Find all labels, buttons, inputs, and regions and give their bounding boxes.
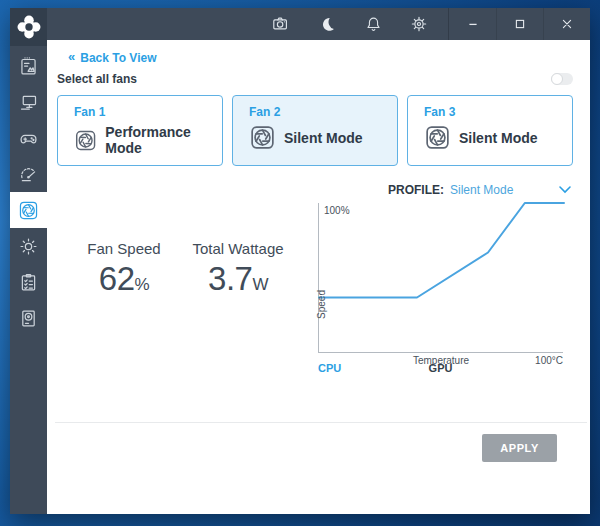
app-window: « Back To View Select all fans Fan 1 Per… — [10, 8, 590, 514]
profile-dropdown-button[interactable] — [558, 185, 572, 194]
close-button[interactable] — [543, 8, 590, 40]
toggle-knob — [551, 73, 563, 85]
footer-divider — [55, 422, 587, 423]
fan-cards-row: Fan 1 Performance Mode Fan 2 — [57, 95, 573, 166]
select-all-row: Select all fans — [57, 72, 573, 86]
apply-button[interactable]: APPLY — [482, 434, 557, 462]
sidebar-item-lighting[interactable] — [10, 228, 47, 264]
fan-card-1[interactable]: Fan 1 Performance Mode — [57, 95, 223, 166]
fan-icon — [249, 124, 276, 151]
total-wattage-value: 3.7 — [208, 260, 252, 297]
fan-card-2[interactable]: Fan 2 Silent Mode — [232, 95, 398, 166]
game-controller-icon — [18, 128, 39, 149]
maximize-icon — [512, 16, 528, 32]
sidebar-item-system-specs[interactable] — [10, 48, 47, 84]
total-wattage-stat: Total Wattage 3.7W — [173, 240, 303, 298]
fan-card-3[interactable]: Fan 3 Silent Mode — [407, 95, 573, 166]
chart-source-tabs: CPU GPU — [318, 362, 563, 376]
fan-card-mode: Performance Mode — [105, 124, 214, 156]
fan-card-mode: Silent Mode — [284, 130, 363, 146]
sidebar-nav — [10, 46, 47, 336]
fan-icon — [18, 200, 39, 221]
notifications-button[interactable] — [350, 8, 396, 40]
y-axis-title: Speed — [316, 290, 327, 319]
minimize-icon — [465, 16, 481, 32]
fan-icon — [424, 124, 451, 151]
fan-curve-chart[interactable]: 100% Speed Temperature 100°C — [318, 203, 563, 353]
fan-speed-unit: % — [135, 275, 150, 294]
profile-value: Silent Mode — [450, 183, 513, 197]
app-logo[interactable] — [10, 8, 47, 46]
total-wattage-label: Total Wattage — [173, 240, 303, 257]
maximize-button[interactable] — [496, 8, 543, 40]
desktop-background: « Back To View Select all fans Fan 1 Per… — [0, 0, 600, 526]
checklist-icon — [18, 272, 39, 293]
back-to-view-link[interactable]: « Back To View — [68, 51, 157, 65]
main-content: « Back To View Select all fans Fan 1 Per… — [47, 40, 590, 514]
bell-icon — [365, 16, 382, 33]
select-all-toggle[interactable] — [551, 73, 573, 85]
sidebar-item-game-stats[interactable] — [10, 120, 47, 156]
sidebar-item-performance[interactable] — [10, 156, 47, 192]
camera-icon — [272, 15, 290, 33]
sidebar-item-pc-monitoring[interactable] — [10, 84, 47, 120]
sidebar-item-fan-cooling[interactable] — [10, 192, 47, 228]
profile-label: PROFILE: — [388, 183, 444, 197]
fan-speed-value: 62 — [99, 260, 135, 297]
titlebar — [47, 8, 590, 40]
fan-curve-svg — [319, 203, 564, 353]
night-mode-button[interactable] — [304, 8, 350, 40]
profile-selector[interactable]: PROFILE: Silent Mode — [388, 183, 513, 197]
gauge-icon — [18, 164, 39, 185]
fan-card-name: Fan 3 — [424, 105, 564, 119]
cam-logo-icon — [16, 14, 42, 40]
settings-button[interactable] — [396, 8, 442, 40]
tab-cpu[interactable]: CPU — [318, 362, 341, 374]
fan-icon — [74, 127, 97, 154]
storage-drive-icon — [18, 308, 39, 329]
y-axis-max-label: 100% — [324, 205, 350, 216]
window-controls — [448, 8, 590, 40]
fan-card-name: Fan 1 — [74, 105, 214, 119]
screenshot-button[interactable] — [258, 8, 304, 40]
fan-card-name: Fan 2 — [249, 105, 389, 119]
pc-monitor-icon — [18, 92, 39, 113]
lighting-sun-icon — [18, 236, 39, 257]
minimize-button[interactable] — [449, 8, 496, 40]
gear-icon — [410, 15, 428, 33]
fan-speed-label: Fan Speed — [59, 240, 189, 257]
back-link-label: Back To View — [80, 51, 156, 65]
system-specs-icon — [18, 56, 39, 77]
close-icon — [559, 16, 575, 32]
moon-icon — [319, 16, 336, 33]
fan-card-mode: Silent Mode — [459, 130, 538, 146]
sidebar — [10, 8, 47, 514]
back-chevrons-icon: « — [68, 51, 75, 65]
fan-speed-stat: Fan Speed 62% — [59, 240, 189, 298]
tab-gpu[interactable]: GPU — [429, 362, 453, 374]
select-all-label: Select all fans — [57, 72, 137, 86]
sidebar-item-storage[interactable] — [10, 300, 47, 336]
sidebar-item-tasks[interactable] — [10, 264, 47, 300]
total-wattage-unit: W — [252, 275, 268, 294]
chevron-down-icon — [558, 185, 572, 194]
